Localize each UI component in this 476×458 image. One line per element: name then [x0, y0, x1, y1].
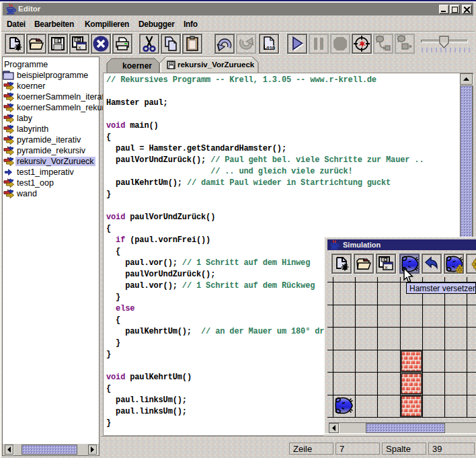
- svg-text:x: x: [78, 44, 81, 50]
- svg-text:x: x: [385, 264, 388, 270]
- svg-text:010: 010: [267, 45, 276, 51]
